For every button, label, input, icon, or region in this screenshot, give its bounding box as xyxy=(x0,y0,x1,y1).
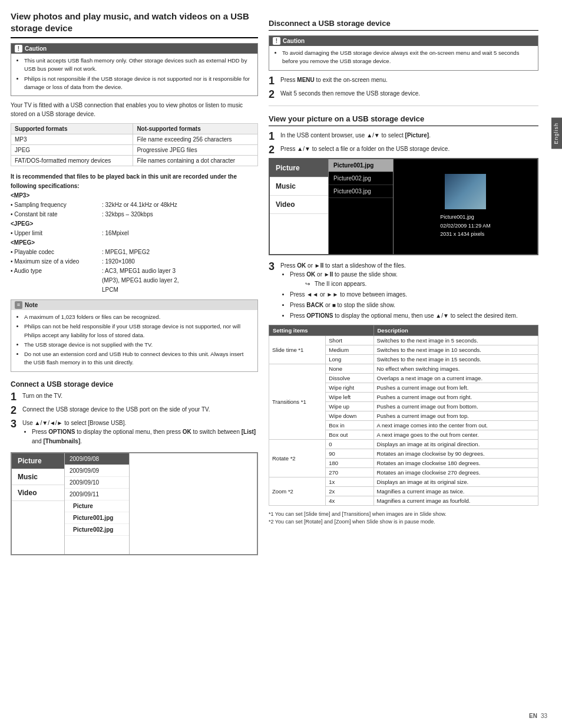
settings-table: Setting items Description Slide time *1 … xyxy=(269,325,538,506)
step-content: Press MENU to exit the on-screen menu. xyxy=(280,75,538,84)
browser-file-panel: 2009/09/08 2009/09/09 2009/09/10 2009/09… xyxy=(65,453,130,554)
settings-header-desc: Description xyxy=(373,325,538,335)
page-title: View photos and play music, and watch vi… xyxy=(11,11,258,38)
setting-desc: Switches to the next image in 15 seconds… xyxy=(373,354,538,364)
footnote-1: *1 You can set [Slide time] and [Transit… xyxy=(269,510,538,519)
right-column: Disconnect a USB storage device ! Cautio… xyxy=(269,11,551,717)
table-row: Slide time *1 Short Switches to the next… xyxy=(269,335,538,345)
table-row: MP3 File name exceeding 256 characters xyxy=(11,134,258,145)
view-step-3: 3 Press OK or ►II to start a slideshow o… xyxy=(269,261,538,322)
setting-name: Wipe down xyxy=(326,411,373,420)
step-number: 1 xyxy=(269,75,277,86)
bullet-item: Press OK or ►II to pause the slide show.… xyxy=(290,270,538,289)
note-header: ≡ Note xyxy=(11,300,257,310)
pb-menu: Picture Music Video xyxy=(270,159,329,254)
step-number: 1 xyxy=(269,131,277,141)
caution-box-right: ! Caution To avoid damaging the USB stor… xyxy=(269,35,538,71)
setting-name: Dissolve xyxy=(326,373,373,383)
step-3: 3 Use ▲/▼/◄/► to select [Browse USB]. Pr… xyxy=(11,419,258,447)
page-number: 33 xyxy=(541,713,547,719)
setting-desc: Rotates an image clockwise by 90 degrees… xyxy=(373,449,538,458)
step-content: Wait 5 seconds then remove the USB stora… xyxy=(280,89,538,98)
spec-row: • Maximum size of a video : 1920×1080 xyxy=(11,257,258,266)
step-content: Use ▲/▼/◄/► to select [Browse USB]. Pres… xyxy=(22,419,258,447)
table-row: JPEG Progressive JPEG files xyxy=(11,145,258,156)
step-1: 1 Turn on the TV. xyxy=(11,391,258,402)
caution-item-2: Philips is not responsible if the USB st… xyxy=(24,75,253,92)
table-row: Transitions *1 None No effect when switc… xyxy=(269,364,538,373)
browser-file-item: 2009/09/09 xyxy=(65,465,129,477)
picture-browser: Picture Music Video Picture001.jpg Pictu… xyxy=(269,158,538,255)
setting-name: Long xyxy=(326,354,373,364)
spec-row: • Playable codec : MPEG1, MPEG2 xyxy=(11,248,258,257)
setting-name: 270 xyxy=(326,467,373,477)
view-picture-section: View your picture on a USB storage devic… xyxy=(269,114,538,526)
step-number: 2 xyxy=(11,405,19,416)
formats-table: Supported formats Not-supported formats … xyxy=(11,123,258,166)
caution-header-left: ! Caution xyxy=(11,44,257,54)
setting-name: Wipe left xyxy=(326,392,373,401)
disconnect-title: Disconnect a USB storage device xyxy=(269,19,538,31)
pause-sub-text: The II icon appears. xyxy=(315,279,366,289)
setting-name: None xyxy=(326,364,373,373)
setting-name: 4x xyxy=(326,496,373,505)
bullet-item: Press OPTIONS to display the optional me… xyxy=(32,427,258,446)
note-box-left: ≡ Note A maximum of 1,023 folders or fil… xyxy=(11,299,258,372)
setting-desc: Switches to the next image in 5 seconds. xyxy=(373,335,538,345)
mp3-label: <MP3> xyxy=(11,191,258,200)
browser-menu: Picture Music Video xyxy=(12,453,65,554)
step-2: 2 Connect the USB storage device to the … xyxy=(11,405,258,416)
caution-item-disconnect: To avoid damaging the USB storage device… xyxy=(282,49,533,66)
browser-file-item: 2009/09/11 xyxy=(65,489,129,500)
disconnect-step-1: 1 Press MENU to exit the on-screen menu. xyxy=(269,75,538,86)
setting-desc: Pushes a current image out from top. xyxy=(373,411,538,420)
setting-name: 2x xyxy=(326,486,373,496)
view-picture-title: View your picture on a USB storage devic… xyxy=(269,114,538,126)
caution-body-left: This unit accepts USB flash memory only.… xyxy=(11,54,257,95)
spec-row: • Constant bit rate : 32kbps – 320kbps xyxy=(11,210,258,219)
table-row: Rotate *2 0 Displays an image at its ori… xyxy=(269,439,538,449)
bullet-item: Press BACK or ■ to stop the slide show. xyxy=(290,301,538,310)
setting-name: Wipe right xyxy=(326,383,373,392)
note-body: A maximum of 1,023 folders or files can … xyxy=(11,310,257,371)
browser-file-item: 2009/09/10 xyxy=(65,477,129,489)
setting-desc: A next image goes to the out from center… xyxy=(373,430,538,439)
step-number: 2 xyxy=(269,89,277,100)
step-bullets: Press OPTIONS to display the optional me… xyxy=(32,427,258,446)
bullet-item: Press OPTIONS to display the optional me… xyxy=(290,311,538,321)
browser-right-panel xyxy=(130,453,257,554)
setting-desc: Magnifies a current image as fourfold. xyxy=(373,496,538,505)
bullet-item: Press ◄◄ or ►► to move between images. xyxy=(290,290,538,299)
setting-desc: Displays an image at its original size. xyxy=(373,477,538,486)
pb-file-item: Picture002.jpg xyxy=(329,172,393,185)
category-cell: Slide time *1 xyxy=(269,335,326,364)
step-content: Connect the USB storage device to the US… xyxy=(22,405,258,414)
caution-box-left: ! Caution This unit accepts USB flash me… xyxy=(11,43,258,96)
setting-name: Box out xyxy=(326,430,373,439)
browser-file-item: Picture xyxy=(65,500,129,512)
intro-text: Your TV is fitted with a USB connection … xyxy=(11,101,258,118)
caution-header-right: ! Caution xyxy=(269,36,538,46)
browser-menu-picture: Picture xyxy=(12,453,64,469)
setting-desc: Pushes a current image out from right. xyxy=(373,392,538,401)
setting-desc: Rotates an image clockwise 180 degrees. xyxy=(373,458,538,467)
pb-files: Picture001.jpg Picture002.jpg Picture003… xyxy=(329,159,394,254)
view-step-2: 2 Press ▲/▼ to select a file or a folder… xyxy=(269,144,538,155)
mpeg-label: <MPEG> xyxy=(11,238,258,248)
page-footer: EN 33 xyxy=(529,713,547,719)
settings-header-items: Setting items xyxy=(269,325,374,335)
pb-menu-music: Music xyxy=(270,177,328,196)
pb-thumbnail-image xyxy=(445,174,486,209)
setting-desc: Displays an image at its original direct… xyxy=(373,439,538,449)
sub-indent: ↪ The II icon appears. xyxy=(305,279,538,289)
side-tab: English xyxy=(551,118,562,149)
step-content: In the USB content browser, use ▲/▼ to s… xyxy=(280,131,538,140)
jpeg-label: <JPEG> xyxy=(11,219,258,229)
pb-file-item: Picture003.jpg xyxy=(329,185,393,198)
category-cell: Rotate *2 xyxy=(269,439,326,477)
step-content: Press ▲/▼ to select a file or a folder o… xyxy=(280,144,538,153)
setting-name: 90 xyxy=(326,449,373,458)
footnotes: *1 You can set [Slide time] and [Transit… xyxy=(269,510,538,526)
note-item: A maximum of 1,023 folders or files can … xyxy=(24,313,253,321)
category-cell: Transitions *1 xyxy=(269,364,326,439)
